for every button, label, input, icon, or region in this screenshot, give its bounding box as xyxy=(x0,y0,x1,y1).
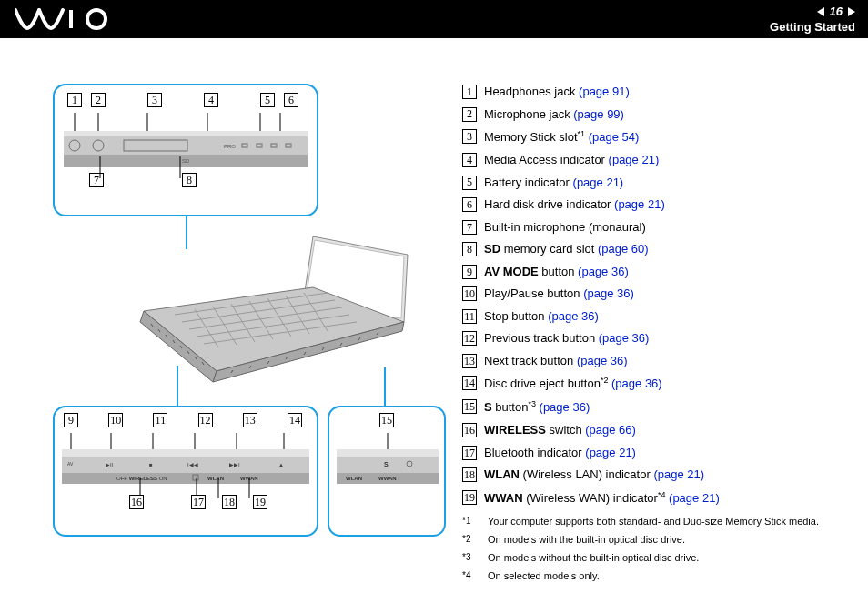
callout-5: 5 xyxy=(260,93,275,107)
callout-panel-top: 1 2 3 4 5 6 xyxy=(53,84,318,216)
callout-9: 9 xyxy=(64,413,78,427)
page-link[interactable]: (page 36) xyxy=(536,401,590,415)
footnote-mark: *2 xyxy=(462,534,479,545)
vaio-logo-svg xyxy=(15,8,115,30)
callouts-br: 15 xyxy=(337,413,437,427)
svg-text:WWAN: WWAN xyxy=(378,476,397,481)
svg-text:I◀◀: I◀◀ xyxy=(187,462,198,467)
callout-17: 17 xyxy=(191,495,206,509)
callout-13: 13 xyxy=(243,413,257,427)
page-link[interactable]: (page 21) xyxy=(573,176,624,189)
svg-text:S: S xyxy=(384,461,389,467)
footnote-text: Your computer supports both standard- an… xyxy=(488,516,819,527)
svg-rect-62 xyxy=(62,449,309,457)
legend-item-7: 7Built-in microphone (monaural) xyxy=(462,219,848,236)
legend-text-4: Media Access indicator (page 21) xyxy=(484,152,659,168)
legend-num-18: 18 xyxy=(462,467,477,482)
footnote-text: On models without the built-in optical d… xyxy=(488,552,699,563)
legend-num-8: 8 xyxy=(462,242,477,256)
callout-3: 3 xyxy=(147,93,162,107)
next-page-icon[interactable] xyxy=(848,7,855,16)
callouts-bl-top: 9 10 11 12 13 14 xyxy=(62,413,309,427)
legend-item-12: 12Previous track button (page 36) xyxy=(462,330,848,347)
page-link[interactable]: (page 21) xyxy=(609,153,660,166)
page-link[interactable]: (page 91) xyxy=(579,85,630,98)
svg-rect-8 xyxy=(64,131,308,136)
legend-num-19: 19 xyxy=(462,490,477,505)
page-link[interactable]: (page 66) xyxy=(585,423,636,437)
svg-text:AV: AV xyxy=(67,461,74,467)
page-number: 16 xyxy=(830,5,843,18)
svg-rect-64 xyxy=(62,473,309,484)
legend-item-19: 19WWAN (Wireless WAN) indicator*4 (page … xyxy=(462,489,848,507)
svg-text:OFF WIRELESS ON: OFF WIRELESS ON xyxy=(116,476,167,481)
svg-rect-0 xyxy=(69,10,73,28)
legend-text-6: Hard disk drive indicator (page 21) xyxy=(484,196,665,213)
page-link[interactable]: (page 54) xyxy=(585,130,639,144)
page-link[interactable]: (page 36) xyxy=(608,377,661,391)
legend-item-3: 3Memory Stick slot*1 (page 54) xyxy=(462,128,848,146)
page-link[interactable]: (page 36) xyxy=(548,309,599,323)
diagram-column: 1 2 3 4 5 6 xyxy=(49,84,449,548)
legend-item-18: 18WLAN (Wireless LAN) indicator (page 21… xyxy=(462,467,848,483)
callout-14: 14 xyxy=(288,413,302,427)
legend-num-11: 11 xyxy=(462,309,477,324)
page-link[interactable]: (page 21) xyxy=(614,197,665,211)
page-link[interactable]: (page 36) xyxy=(577,354,628,367)
callout-18: 18 xyxy=(222,495,237,509)
legend-num-1: 1 xyxy=(462,85,477,99)
content: 1 2 3 4 5 6 xyxy=(0,38,868,598)
laptop-illustration xyxy=(131,236,413,391)
legend-list: 1Headphones jack (page 91)2Microphone ja… xyxy=(462,84,848,588)
legend-item-2: 2Microphone jack (page 99) xyxy=(462,106,848,123)
legend-text-12: Previous track button (page 36) xyxy=(484,330,649,347)
legend-text-11: Stop button (page 36) xyxy=(484,308,599,325)
legend-item-10: 10Play/Pause button (page 36) xyxy=(462,286,848,302)
legend-item-11: 11Stop button (page 36) xyxy=(462,308,848,325)
page-nav: 16 xyxy=(770,5,855,18)
svg-point-1 xyxy=(87,10,106,28)
legend-item-1: 1Headphones jack (page 91) xyxy=(462,84,848,100)
legend-text-2: Microphone jack (page 99) xyxy=(484,106,624,123)
section-title: Getting Started xyxy=(770,20,855,34)
page-link[interactable]: (page 60) xyxy=(598,242,649,256)
svg-text:WLAN: WLAN xyxy=(346,476,362,481)
callout-4: 4 xyxy=(204,93,218,107)
legend-text-17: Bluetooth indicator (page 21) xyxy=(484,445,636,461)
legend-text-14: Disc drive eject button*2 (page 36) xyxy=(484,375,662,392)
page-link[interactable]: (page 36) xyxy=(599,331,650,345)
page-link[interactable]: (page 21) xyxy=(585,446,636,459)
legend-num-14: 14 xyxy=(462,376,477,390)
callout-1: 1 xyxy=(67,93,82,107)
legend-num-2: 2 xyxy=(462,107,477,122)
page-link[interactable]: (page 99) xyxy=(573,107,624,121)
legend-text-3: Memory Stick slot*1 (page 54) xyxy=(484,128,639,146)
footnote: *4On selected models only. xyxy=(462,570,848,581)
svg-text:▲: ▲ xyxy=(278,462,284,467)
footnote-text: On models with the built-in optical disc… xyxy=(488,534,685,545)
page-link[interactable]: (page 36) xyxy=(578,265,629,278)
svg-text:▶▶I: ▶▶I xyxy=(229,462,240,467)
legend-num-15: 15 xyxy=(462,399,477,414)
legend-text-9: AV MODE button (page 36) xyxy=(484,264,629,280)
legend-item-14: 14Disc drive eject button*2 (page 36) xyxy=(462,375,848,392)
footnote: *2On models with the built-in optical di… xyxy=(462,534,848,545)
legend-text-18: WLAN (Wireless LAN) indicator (page 21) xyxy=(484,467,704,483)
callout-19: 19 xyxy=(253,495,267,509)
legend-num-5: 5 xyxy=(462,176,477,190)
prev-page-icon[interactable] xyxy=(817,7,824,16)
page-link[interactable]: (page 21) xyxy=(665,491,719,505)
legend-text-1: Headphones jack (page 91) xyxy=(484,84,630,100)
legend-num-12: 12 xyxy=(462,331,477,346)
legend-text-10: Play/Pause button (page 36) xyxy=(484,286,634,302)
svg-text:PRO: PRO xyxy=(224,144,236,149)
header-right: 16 Getting Started xyxy=(770,5,855,34)
svg-text:SD: SD xyxy=(182,158,190,164)
page-link[interactable]: (page 36) xyxy=(583,286,634,300)
callout-12: 12 xyxy=(198,413,213,427)
callout-16: 16 xyxy=(129,495,144,509)
page-link[interactable]: (page 21) xyxy=(653,467,704,481)
legend-text-7: Built-in microphone (monaural) xyxy=(484,219,646,236)
legend-item-8: 8SD memory card slot (page 60) xyxy=(462,241,848,257)
legend-num-10: 10 xyxy=(462,286,477,301)
